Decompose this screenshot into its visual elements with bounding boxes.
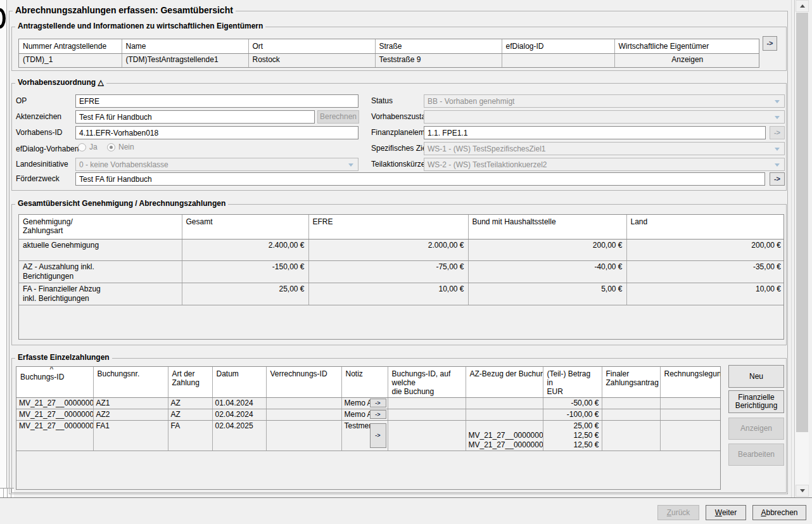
cell-land: -35,00 € <box>626 260 784 283</box>
overview-table: Genehmigung/ Zahlungsart Gesamt EFRE Bun… <box>18 214 784 340</box>
cell-name: (TDM)TestAntragstellende1 <box>122 53 248 67</box>
left-window-edge <box>0 0 7 497</box>
column-header-finaler[interactable]: Finaler Zahlungsantrag <box>602 367 660 398</box>
vorhaben-legend: Vorhabenszuordnung △ <box>15 78 106 87</box>
column-header-efdialog-id: efDialog-ID <box>502 39 614 53</box>
column-header-verrechnungs-id[interactable]: Verrechnungs-ID <box>266 367 341 398</box>
column-header-buchungsnr[interactable]: Buchungsnr. <box>93 367 168 398</box>
payment-row[interactable]: MV_21_27__0000000055 AZ1 AZ 01.04.2024 M… <box>16 398 721 409</box>
column-header-bezug-id[interactable]: Buchungs-ID, auf welche die Buchung <box>388 367 466 398</box>
aktenzeichen-input[interactable]: Test FA für Handbuch <box>75 110 315 124</box>
cell-az-bezug <box>466 398 543 409</box>
vorhabenszustand-select <box>424 110 785 124</box>
cell-notiz: Memo AZ -> <box>341 398 388 409</box>
scroll-thumb[interactable] <box>796 13 808 432</box>
payments-groupbox: Erfasste Einzelzahlungen ^ Buchungs-ID B… <box>11 358 787 493</box>
teilaktionskuerzel-value: WS-2 - (WS) TestTeilaktionkuerzel2 <box>428 160 547 169</box>
cell-az-bezug: MV_21_27__0000000055 MV_21_27__000000005… <box>466 421 543 451</box>
column-header-name: Name <box>122 39 248 53</box>
neu-button[interactable]: Neu <box>728 365 784 388</box>
overview-groupbox: Gesamtübersicht Genehmigung / Abrechnung… <box>11 204 787 345</box>
chevron-down-icon <box>348 163 353 167</box>
column-header-nummer: Nummer Antragstellende <box>19 39 122 53</box>
cell-strasse: Teststraße 9 <box>375 53 502 67</box>
applicant-table: Nummer Antragstellende Name Ort Straße e… <box>18 39 759 68</box>
payment-row[interactable]: MV_21_27__0000000061 FA1 FA 02.04.2025 T… <box>16 421 721 451</box>
cell-finaler <box>602 421 660 451</box>
cancel-button[interactable]: Abbrechen <box>752 505 806 520</box>
window-border <box>791 0 792 497</box>
scroll-down-button[interactable] <box>796 485 809 497</box>
footer-bar: Zurück Weiter Abbrechen <box>0 497 812 524</box>
op-label: OP <box>16 96 27 105</box>
column-header-rechnungslegung[interactable]: Rechnungslegung <box>660 367 721 398</box>
vertical-scrollbar[interactable] <box>794 0 809 497</box>
cell-buchungs-id: MV_21_27__0000000056 <box>16 409 93 421</box>
column-header-buchungs-id[interactable]: ^ Buchungs-ID <box>16 367 93 398</box>
payments-legend: Erfasste Einzelzahlungen <box>15 353 112 362</box>
foerderzweck-label: Förderzweck <box>16 174 60 183</box>
op-input[interactable]: EFRE <box>75 94 358 108</box>
cell-verrechnung <box>266 409 341 421</box>
applicant-groupbox: Antragstellende und Informationen zu wir… <box>11 27 787 71</box>
column-header-az-bezug[interactable]: AZ-Bezug der Buchung <box>466 367 543 398</box>
cell-finaler <box>602 409 660 421</box>
cell-verrechnung <box>266 398 341 409</box>
radio-nein-label: Nein <box>118 143 134 151</box>
scroll-up-button[interactable] <box>796 0 809 12</box>
cell-gesamt: -150,00 € <box>182 260 308 283</box>
aktenzeichen-label: Aktenzeichen <box>16 112 61 121</box>
foerderzweck-forward-button[interactable]: -> <box>770 172 785 186</box>
cell-art: FA <box>168 421 212 451</box>
cell-art: FA - Finanzieller Abzug inkl. Berichtigu… <box>19 283 182 305</box>
next-button[interactable]: Weiter <box>706 505 746 520</box>
cell-betrag: 25,00 € 12,50 € 12,50 € <box>543 421 602 451</box>
column-header-betrag[interactable]: (Teil-) Betrag in EUR <box>543 367 602 398</box>
cell-land: 10,00 € <box>626 283 784 305</box>
foerderzweck-input[interactable]: Test FA für Handbuch <box>75 172 765 186</box>
finanzielle-berichtigung-button[interactable]: Finanzielle Berichtigung <box>728 390 784 413</box>
radio-nein: Nein <box>107 143 134 151</box>
cell-buchungs-id: MV_21_27__0000000055 <box>16 398 93 409</box>
cell-efdialog-id <box>502 53 614 67</box>
vorhaben-groupbox: Vorhabenszuordnung △ OP EFRE Aktenzeiche… <box>11 83 787 191</box>
column-header-notiz[interactable]: Notiz <box>341 367 388 398</box>
column-header-zahlungsart: Genehmigung/ Zahlungsart <box>19 215 182 239</box>
applicant-forward-button[interactable]: -> <box>763 36 777 51</box>
landesinitiative-label: Landesinitiative <box>16 160 68 169</box>
chevron-down-icon <box>775 100 780 103</box>
applicant-legend: Antragstellende und Informationen zu wir… <box>15 22 265 30</box>
finanzplanelement-forward-button: -> <box>770 126 785 139</box>
application-window: Abrechnungszahlungen erfassen: Gesamtübe… <box>0 0 812 524</box>
collapse-indicator-icon[interactable]: △ <box>98 78 103 87</box>
column-header-bund: Bund mit Haushaltsstelle <box>468 215 626 239</box>
radio-ja-icon <box>78 143 86 151</box>
cell-bund: 200,00 € <box>468 239 626 260</box>
column-header-datum[interactable]: Datum <box>212 367 266 398</box>
radio-ja-label: Ja <box>89 143 98 151</box>
anzeigen-button: Anzeigen <box>728 418 784 440</box>
column-header-strasse: Straße <box>375 39 502 53</box>
column-header-efre: EFRE <box>308 215 468 239</box>
vorhaben-legend-text: Vorhabenszuordnung <box>18 78 96 87</box>
cell-gesamt: 2.400,00 € <box>182 239 308 260</box>
overview-row: AZ - Auszahlung inkl. Berichtigungen -15… <box>19 260 784 283</box>
finanzplanelement-input[interactable]: 1.1. FPE1.1 <box>424 126 766 139</box>
landesinitiative-select: 0 - keine Vorhabensklasse <box>75 158 358 171</box>
vorhabens-id-input[interactable]: 4.11.EFR-Vorhaben018 <box>75 126 358 139</box>
show-owners-button[interactable]: Anzeigen <box>614 53 759 67</box>
cell-notiz: Memo AZ -> <box>341 409 388 421</box>
chevron-down-icon <box>775 116 780 119</box>
payment-row[interactable]: MV_21_27__0000000056 AZ2 AZ 02.04.2024 M… <box>16 409 721 421</box>
spezifisches-ziel-label: Spezifisches Ziel <box>371 144 428 153</box>
note-forward-button[interactable]: -> <box>370 410 386 419</box>
applicant-row[interactable]: (TDM)_1 (TDM)TestAntragstellende1 Rostoc… <box>19 53 759 67</box>
chevron-down-icon <box>775 148 780 151</box>
note-forward-button[interactable]: -> <box>370 423 386 448</box>
cell-bund: -40,00 € <box>468 260 626 283</box>
sort-ascending-icon: ^ <box>50 367 54 372</box>
chevron-down-icon <box>800 489 805 492</box>
back-button-label: Zurück <box>667 508 690 517</box>
column-header-art[interactable]: Art der Zahlung <box>168 367 212 398</box>
note-forward-button[interactable]: -> <box>370 399 386 407</box>
